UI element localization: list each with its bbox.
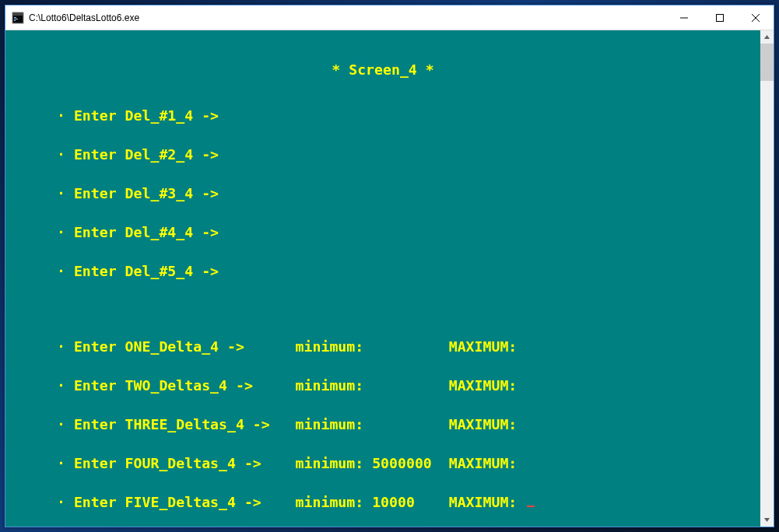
svg-rect-4 [14, 20, 16, 21]
del-prompt-row: · Enter Del_#5_4 -> [5, 264, 760, 278]
delta-prompt-row: · Enter FIVE_Deltas_4 -> minimum: 10000 … [5, 495, 760, 509]
svg-rect-6 [717, 14, 724, 21]
screen-header: * Screen_4 * [5, 63, 760, 77]
delta-prompt-row: · Enter TWO_Deltas_4 -> minimum: MAXIMUM… [5, 379, 760, 393]
scroll-up-button[interactable] [760, 30, 774, 44]
delta-prompt-row: · Enter ONE_Delta_4 -> minimum: MAXIMUM: [5, 340, 760, 354]
client-area: * Screen_4 *· Enter Del_#1_4 ->· Enter D… [5, 30, 774, 527]
close-button[interactable] [738, 6, 774, 30]
console-window: C:\Lotto6\DeltasLotto6.exe * Screen_4 *·… [5, 5, 774, 527]
del-prompt-row: · Enter Del_#3_4 -> [5, 187, 760, 201]
app-icon [12, 12, 24, 24]
maximize-button[interactable] [702, 6, 738, 30]
svg-rect-2 [14, 17, 16, 18]
svg-marker-10 [764, 518, 770, 522]
delta-prompt-row: · Enter THREE_Deltas_4 -> minimum: MAXIM… [5, 418, 760, 432]
console-output[interactable]: * Screen_4 *· Enter Del_#1_4 ->· Enter D… [5, 30, 760, 527]
minimize-button[interactable] [666, 6, 702, 30]
svg-rect-3 [14, 19, 18, 19]
del-prompt-row: · Enter Del_#4_4 -> [5, 226, 760, 240]
scroll-thumb[interactable] [760, 44, 774, 81]
scroll-track[interactable] [760, 44, 774, 513]
del-prompt-row: · Enter Del_#2_4 -> [5, 148, 760, 162]
delta-prompt-row: · Enter FOUR_Deltas_4 -> minimum: 500000… [5, 457, 760, 471]
svg-marker-9 [764, 35, 770, 39]
text-cursor [527, 506, 535, 507]
vertical-scrollbar[interactable] [760, 30, 774, 527]
titlebar[interactable]: C:\Lotto6\DeltasLotto6.exe [5, 5, 774, 30]
window-title: C:\Lotto6\DeltasLotto6.exe [29, 12, 666, 23]
desktop-background: C:\Lotto6\DeltasLotto6.exe * Screen_4 *·… [0, 0, 779, 532]
del-prompt-row: · Enter Del_#1_4 -> [5, 109, 760, 123]
svg-rect-1 [13, 13, 23, 16]
scroll-down-button[interactable] [760, 513, 774, 527]
